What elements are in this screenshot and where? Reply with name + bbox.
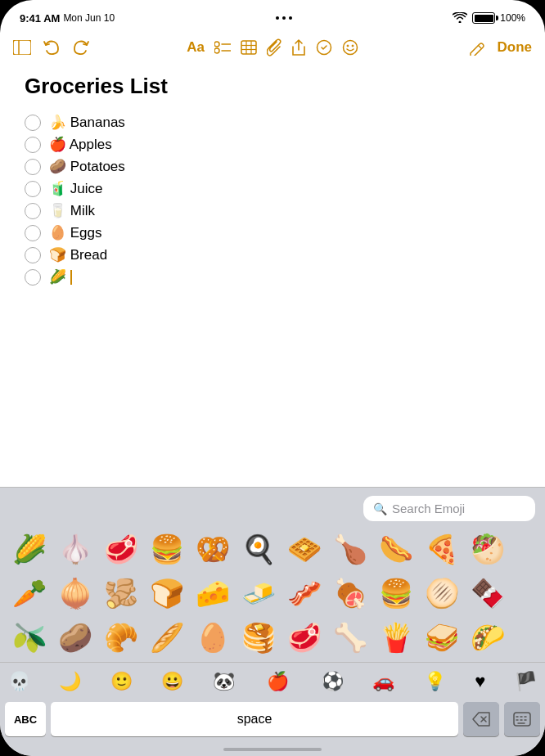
- emoji-cell[interactable]: 🍔: [144, 528, 190, 570]
- category-smile-icon[interactable]: 🙂: [110, 671, 133, 692]
- checkbox[interactable]: [25, 137, 41, 153]
- emoji-cell[interactable]: 🥩: [282, 616, 327, 659]
- highlight-icon[interactable]: [316, 39, 332, 56]
- emoji-cell[interactable]: 🥚: [190, 616, 236, 659]
- toolbar-center: Aa: [143, 38, 403, 56]
- category-bulb-icon[interactable]: 💡: [424, 671, 446, 692]
- category-flag-icon[interactable]: 🏴: [515, 671, 537, 692]
- keyboard-switch-button[interactable]: [504, 702, 540, 736]
- emoji-search-field[interactable]: 🔍 Search Emoji: [363, 496, 535, 521]
- emoji-cell[interactable]: 🧄: [52, 528, 98, 570]
- delete-button[interactable]: [463, 702, 499, 736]
- category-ball-icon[interactable]: ⚽: [322, 671, 344, 692]
- checkbox[interactable]: [25, 203, 41, 219]
- emoji-keyboard: 🔍 Search Emoji 🌽 🧄 🥩 🍔 🥨 🍳 🧇 🍗 🌭 🍕 🥙 🥕: [0, 487, 545, 756]
- note-area: Groceries List 🍌 Bananas 🍎 Apples 🥔 Pota…: [0, 65, 545, 294]
- emoji-cell[interactable]: 🥞: [236, 616, 282, 659]
- checkbox[interactable]: [25, 181, 41, 197]
- status-date: Mon Jun 10: [63, 12, 115, 24]
- search-icon: 🔍: [373, 502, 387, 515]
- item-text: 🥔 Potatoes: [49, 158, 125, 175]
- sidebar-toggle-icon[interactable]: [13, 40, 31, 55]
- category-bear-icon[interactable]: 🐼: [213, 671, 235, 692]
- emoji-cell[interactable]: 🥖: [144, 616, 190, 659]
- emoji-cell[interactable]: 🥨: [190, 528, 236, 570]
- list-item: 🍞 Bread: [25, 246, 520, 263]
- category-emoji-icon[interactable]: 😀: [161, 671, 183, 692]
- svg-rect-6: [241, 41, 256, 54]
- emoji-icon[interactable]: [342, 39, 358, 56]
- emoji-cell[interactable]: 🌮: [465, 616, 511, 659]
- toolbar: Aa: [0, 29, 545, 65]
- emoji-cell[interactable]: 🌽: [7, 528, 52, 570]
- undo-icon[interactable]: [43, 38, 61, 56]
- item-text: 🥚 Eggs: [49, 224, 101, 241]
- emoji-cell[interactable]: 🫚: [98, 572, 144, 614]
- checkbox[interactable]: [25, 269, 41, 286]
- checklist-icon[interactable]: [214, 40, 231, 55]
- battery-icon: [472, 12, 495, 24]
- emoji-row: 🫒 🥔 🥐 🥖 🥚 🥞 🥩 🦴 🍟 🥪 🌮: [7, 616, 538, 659]
- device-frame: 9:41 AM Mon Jun 10 100%: [0, 0, 545, 756]
- checkbox[interactable]: [25, 225, 41, 241]
- checkbox[interactable]: [25, 247, 41, 263]
- category-skull-icon[interactable]: 💀: [8, 671, 30, 692]
- emoji-cell[interactable]: 🥩: [98, 528, 144, 570]
- share-icon[interactable]: [291, 38, 306, 56]
- emoji-cell[interactable]: 🌭: [373, 528, 419, 570]
- emoji-cell[interactable]: 🍟: [373, 616, 419, 659]
- status-right: 100%: [453, 11, 525, 25]
- item-text: 🧃 Juice: [49, 180, 102, 197]
- category-moon-icon[interactable]: 🌙: [59, 671, 81, 692]
- emoji-cell[interactable]: 🍗: [327, 528, 373, 570]
- wifi-icon: [453, 11, 467, 25]
- space-button[interactable]: space: [51, 702, 458, 736]
- format-text-icon[interactable]: Aa: [187, 39, 205, 56]
- abc-button[interactable]: ABC: [5, 702, 46, 736]
- keyboard-bottom-row: ABC space: [0, 697, 545, 745]
- status-bar: 9:41 AM Mon Jun 10 100%: [0, 0, 545, 29]
- compose-icon[interactable]: [468, 39, 484, 56]
- text-cursor: [70, 270, 72, 285]
- toolbar-right: Done: [403, 39, 533, 56]
- emoji-cell[interactable]: 🧈: [236, 572, 282, 614]
- emoji-cell[interactable]: 🍫: [465, 572, 511, 614]
- emoji-cell[interactable]: 🦴: [327, 616, 373, 659]
- emoji-cell[interactable]: 🥔: [52, 616, 98, 659]
- redo-icon[interactable]: [72, 38, 90, 56]
- emoji-cell[interactable]: 🧅: [52, 572, 98, 614]
- emoji-cell[interactable]: 🥓: [282, 572, 327, 614]
- emoji-cell[interactable]: 🍔: [373, 572, 419, 614]
- svg-point-4: [214, 48, 219, 53]
- svg-point-2: [214, 42, 219, 47]
- checkbox[interactable]: [25, 159, 41, 175]
- emoji-cell[interactable]: 🍞: [144, 572, 190, 614]
- checkbox[interactable]: [25, 115, 41, 131]
- emoji-cell[interactable]: 🥐: [98, 616, 144, 659]
- emoji-cell[interactable]: 🫓: [419, 572, 465, 614]
- emoji-cell[interactable]: 🍕: [419, 528, 465, 570]
- table-icon[interactable]: [241, 40, 257, 55]
- note-title: Groceries List: [25, 74, 520, 99]
- item-text: 🍞 Bread: [49, 246, 107, 263]
- item-text: 🌽: [49, 268, 72, 286]
- emoji-cell[interactable]: 🥪: [419, 616, 465, 659]
- category-car-icon[interactable]: 🚗: [372, 671, 394, 692]
- emoji-cell[interactable]: 🧀: [190, 572, 236, 614]
- toolbar-left: [13, 38, 143, 56]
- emoji-cell[interactable]: 🥕: [7, 572, 52, 614]
- emoji-cell[interactable]: 🍳: [236, 528, 282, 570]
- svg-point-12: [343, 41, 357, 55]
- list-item: 🥛 Milk: [25, 202, 520, 219]
- emoji-cell[interactable]: 🫒: [7, 616, 52, 659]
- home-indicator: [223, 748, 322, 751]
- done-button[interactable]: Done: [498, 39, 533, 56]
- list-item: 🥔 Potatoes: [25, 158, 520, 175]
- category-heart-icon[interactable]: ♥️: [475, 671, 485, 692]
- emoji-cell[interactable]: 🥙: [465, 528, 511, 570]
- attachment-icon[interactable]: [267, 38, 282, 56]
- list-item: 🥚 Eggs: [25, 224, 520, 241]
- emoji-cell[interactable]: 🧇: [282, 528, 327, 570]
- emoji-cell[interactable]: 🍖: [327, 572, 373, 614]
- category-apple-icon[interactable]: 🍎: [263, 669, 292, 694]
